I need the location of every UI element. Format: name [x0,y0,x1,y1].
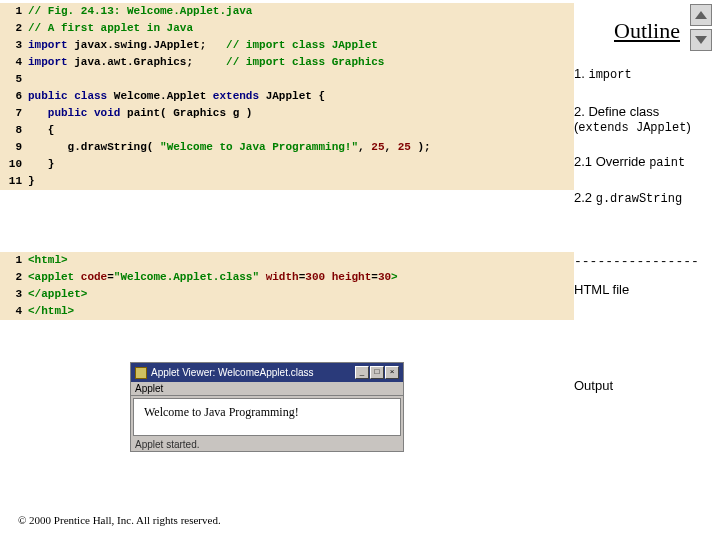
window-controls: _ □ × [355,366,399,379]
code-line: 9 g.drawString( "Welcome to Java Program… [0,139,574,156]
applet-output-text: Welcome to Java Programming! [144,405,299,419]
line-number: 7 [0,105,22,122]
line-number: 3 [0,37,22,54]
close-button[interactable]: × [385,366,399,379]
applet-client-area: Welcome to Java Programming! [133,398,401,436]
code-line: 1<html> [0,252,574,269]
minimize-button[interactable]: _ [355,366,369,379]
nav-down-button[interactable] [690,29,712,51]
nav-up-button[interactable] [690,4,712,26]
note-import: 1. import [574,66,714,82]
menu-applet[interactable]: Applet [135,383,163,394]
line-number: 3 [0,286,22,303]
line-number: 1 [0,252,22,269]
note-drawstring: 2.2 g.drawString [574,190,714,206]
code-line: 7 public void paint( Graphics g ) [0,105,574,122]
nav-buttons [690,4,712,54]
code-line: 3</applet> [0,286,574,303]
titlebar-left: Applet Viewer: WelcomeApplet.class [135,367,314,379]
line-number: 9 [0,139,22,156]
comment: // Fig. 24.13: Welcome.Applet.java [28,5,252,17]
code-line: 11} [0,173,574,190]
titlebar: Applet Viewer: WelcomeApplet.class _ □ × [131,363,403,382]
triangle-up-icon [695,11,707,19]
line-number: 11 [0,173,22,190]
line-number: 2 [0,269,22,286]
applet-status: Applet started. [131,438,403,451]
line-number: 5 [0,71,22,88]
code-line: 10 } [0,156,574,173]
comment: // A first applet in Java [28,22,193,34]
code-line: 8 { [0,122,574,139]
code-line: 2// A first applet in Java [0,20,574,37]
line-number: 6 [0,88,22,105]
note-html-file: HTML file [574,282,714,297]
outline-title: Outline [614,18,680,44]
code-block-java: 1// Fig. 24.13: Welcome.Applet.java 2// … [0,3,574,190]
code-line: 3import javax.swing.JApplet; // import c… [0,37,574,54]
code-block-html: 1<html> 2<applet code="Welcome.Applet.cl… [0,252,574,320]
maximize-button[interactable]: □ [370,366,384,379]
window-title: Applet Viewer: WelcomeApplet.class [151,367,314,378]
line-number: 1 [0,3,22,20]
triangle-down-icon [695,36,707,44]
code-line: 2<applet code="Welcome.Applet.class" wid… [0,269,574,286]
code-line: 4import java.awt.Graphics; // import cla… [0,54,574,71]
copyright: © 2000 Prentice Hall, Inc. All rights re… [18,514,221,526]
line-number: 4 [0,303,22,320]
line-number: 8 [0,122,22,139]
line-number: 10 [0,156,22,173]
code-line: 6public class Welcome.Applet extends JAp… [0,88,574,105]
separator-dashes: ---------------- [574,254,714,269]
line-number: 2 [0,20,22,37]
note-override-paint: 2.1 Override paint [574,154,714,170]
code-line: 5 [0,71,574,88]
window-icon [135,367,147,379]
code-line: 1// Fig. 24.13: Welcome.Applet.java [0,3,574,20]
line-number: 4 [0,54,22,71]
code-line: 4</html> [0,303,574,320]
note-define-class: 2. Define class(extends JApplet) [574,104,714,135]
menubar: Applet [131,382,403,396]
note-output: Output [574,378,714,393]
slide: 1// Fig. 24.13: Welcome.Applet.java 2// … [0,0,720,540]
applet-viewer-window: Applet Viewer: WelcomeApplet.class _ □ ×… [130,362,404,452]
